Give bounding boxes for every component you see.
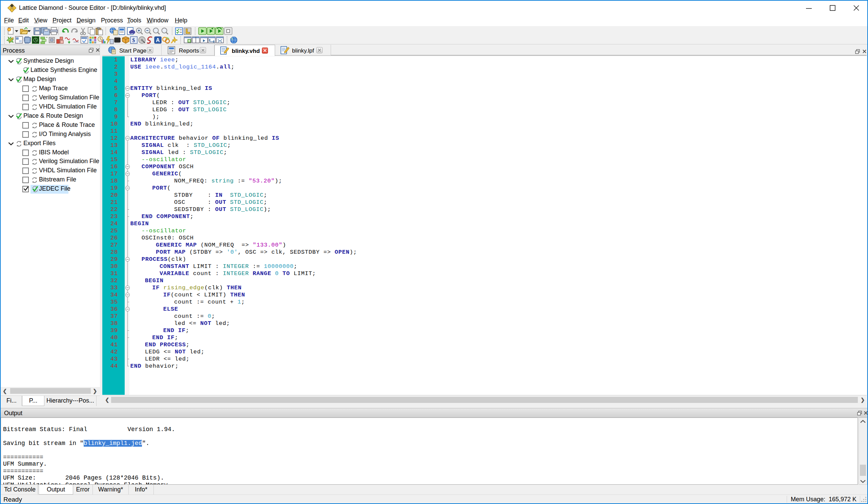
- svg-text:$: $: [132, 37, 135, 43]
- svg-text:A: A: [156, 37, 160, 43]
